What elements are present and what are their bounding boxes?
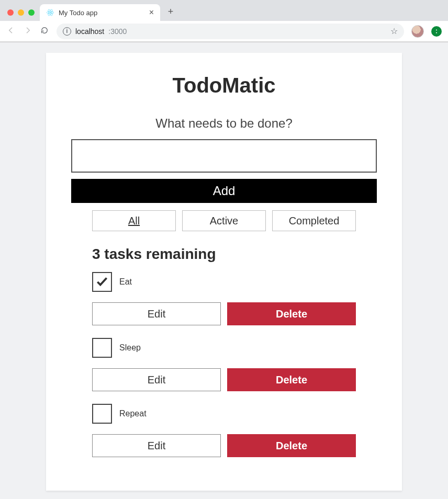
todo-app: TodoMatic What needs to be done? Add All… xyxy=(46,53,402,491)
extension-icon[interactable] xyxy=(431,26,442,37)
task-label: Eat xyxy=(119,277,132,287)
filter-all-button[interactable]: All xyxy=(92,210,176,231)
url-port: :3000 xyxy=(108,27,127,36)
task-checkbox[interactable] xyxy=(92,272,112,292)
filter-bar: All Active Completed xyxy=(92,210,356,231)
window-maximize-icon[interactable] xyxy=(28,9,35,16)
browser-chrome: My Todo app × + i localhost:3000 ☆ xyxy=(0,0,448,42)
forward-icon[interactable] xyxy=(23,26,32,37)
delete-button[interactable]: Delete xyxy=(227,434,356,457)
profile-avatar[interactable] xyxy=(411,25,424,38)
task-row: Repeat xyxy=(92,404,356,424)
url-host: localhost xyxy=(75,27,104,36)
task-actions: Edit Delete xyxy=(92,302,356,325)
new-todo-prompt: What needs to be done? xyxy=(71,116,377,131)
edit-button[interactable]: Edit xyxy=(92,434,221,457)
task-label: Repeat xyxy=(119,409,147,418)
task-checkbox[interactable] xyxy=(92,404,112,424)
task-row: Eat xyxy=(92,272,356,292)
back-icon[interactable] xyxy=(6,26,16,37)
task-item: Sleep Edit Delete xyxy=(92,338,356,391)
new-todo-input[interactable] xyxy=(71,139,377,173)
new-tab-button[interactable]: + xyxy=(165,6,176,17)
address-bar[interactable]: i localhost:3000 ☆ xyxy=(57,24,404,39)
tab-title: My Todo app xyxy=(59,9,97,17)
task-actions: Edit Delete xyxy=(92,368,356,391)
delete-button[interactable]: Delete xyxy=(227,368,356,391)
tab-strip: My Todo app × + xyxy=(0,0,448,21)
add-button[interactable]: Add xyxy=(71,179,377,203)
browser-toolbar: i localhost:3000 ☆ xyxy=(0,21,448,42)
browser-tab[interactable]: My Todo app × xyxy=(40,4,160,21)
svg-point-0 xyxy=(50,12,51,14)
delete-button[interactable]: Delete xyxy=(227,302,356,325)
task-label: Sleep xyxy=(119,343,141,353)
task-item: Repeat Edit Delete xyxy=(92,404,356,457)
task-item: Eat Edit Delete xyxy=(92,272,356,325)
bookmark-star-icon[interactable]: ☆ xyxy=(390,26,398,36)
edit-button[interactable]: Edit xyxy=(92,302,221,325)
page-title: TodoMatic xyxy=(71,74,377,97)
reload-icon[interactable] xyxy=(40,26,49,37)
window-close-icon[interactable] xyxy=(7,9,14,16)
window-minimize-icon[interactable] xyxy=(18,9,24,16)
tab-close-icon[interactable]: × xyxy=(149,8,154,17)
task-checkbox[interactable] xyxy=(92,338,112,358)
tasks-section: 3 tasks remaining Eat Edit Delete xyxy=(92,246,356,457)
page-viewport: TodoMatic What needs to be done? Add All… xyxy=(0,42,448,499)
task-actions: Edit Delete xyxy=(92,434,356,457)
edit-button[interactable]: Edit xyxy=(92,368,221,391)
filter-completed-button[interactable]: Completed xyxy=(272,210,356,231)
site-info-icon[interactable]: i xyxy=(63,27,71,36)
filter-active-button[interactable]: Active xyxy=(182,210,266,231)
task-row: Sleep xyxy=(92,338,356,358)
tasks-remaining-heading: 3 tasks remaining xyxy=(92,246,356,263)
react-favicon-icon xyxy=(46,8,54,17)
window-controls xyxy=(5,9,40,21)
checkmark-icon xyxy=(95,275,109,289)
